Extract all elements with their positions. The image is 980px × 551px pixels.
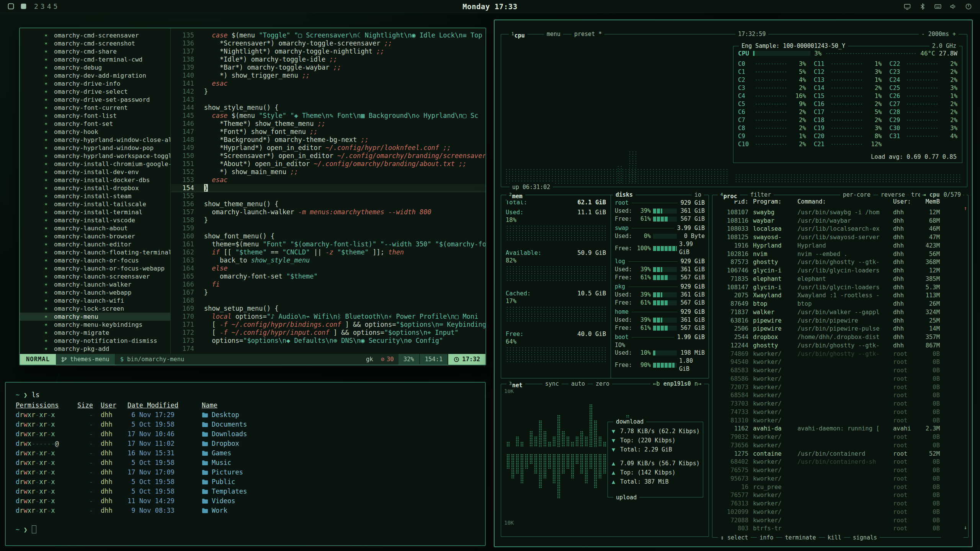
power-icon[interactable] [965, 3, 972, 10]
file-tree-item[interactable]: ✶omarchy-dev-add-migration [20, 72, 170, 80]
file-tree-item[interactable]: ✶omarchy-cmd-screenshot [20, 39, 170, 47]
code-line[interactable]: 146 *Theme*) show_theme_menu ;; [171, 120, 485, 128]
proc-button-signals[interactable]: signals [850, 533, 880, 542]
menu-button[interactable]: menu [544, 30, 563, 38]
code-line[interactable]: 168 [171, 297, 485, 305]
code-line[interactable]: 165 omarchy-font-set "$theme" [171, 272, 485, 280]
process-row[interactable]: 95673kworker/root0B0.0 [716, 474, 964, 483]
file-tree-item[interactable]: ✶omarchy-install-vscode [20, 216, 170, 224]
code-line[interactable]: 152 *) show_main_menu ;; [171, 168, 485, 176]
code-line[interactable]: 157 omarchy-launch-walker -m menus:omarc… [171, 208, 485, 216]
file-tree-item[interactable]: ✶omarchy-install-dropbox [20, 184, 170, 192]
net-panel-title[interactable]: 3net [506, 380, 525, 390]
code-line[interactable]: 145 case $(menu "Style" "◈ Theme\n✎ Font… [171, 112, 485, 120]
active-window-icon[interactable] [20, 3, 27, 10]
process-row[interactable]: 108107swaybg/usr/bin/swaybg -i /homdhh12… [716, 208, 964, 217]
process-row[interactable]: 74869kworker//usr/bin/ghostty --gtk-root… [716, 350, 964, 358]
proc-column-header[interactable]: Command: [797, 198, 893, 205]
code-line[interactable]: 151 *About*) open_in_editor ~/.config/om… [171, 160, 485, 168]
file-tree-item[interactable]: ✶omarchy-lock-screen [20, 305, 170, 313]
code-line[interactable]: 154} [171, 184, 485, 192]
file-tree-item[interactable]: ✶omarchy-launch-browser [20, 232, 170, 240]
process-row[interactable]: 106746glycin-i/usr/lib/glycin-loadersdhh… [716, 266, 964, 275]
terminal-window[interactable]: ~ ❯ls PermissionsSizeUserDate ModifiedNa… [5, 382, 486, 546]
code-line[interactable]: 136 *Screensaver*) omarchy-toggle-screen… [171, 39, 485, 47]
file-tree-item[interactable]: ✶omarchy-install-chromium-google-a [20, 160, 170, 168]
process-row[interactable]: 1162avahi-daavahi-daemon: running [avahi… [716, 425, 964, 433]
mem-panel-title[interactable]: 2mem [506, 191, 525, 201]
file-tree-item[interactable]: ✶omarchy-install-dev-env [20, 168, 170, 176]
file-tree-item[interactable]: ✶omarchy-font-list [20, 112, 170, 120]
code-line[interactable]: 162 if [[ "$theme" == "CNCLD" || -z "$th… [171, 248, 485, 256]
code-line[interactable]: 169show_setup_menu() { [171, 305, 485, 313]
scroll-up-indicator[interactable]: ↑ [964, 205, 967, 211]
process-row[interactable]: 71835elephantelephantdhh385M0.0 [716, 275, 964, 283]
scroll-down-indicator[interactable]: ↓ [964, 524, 967, 530]
file-tree-item[interactable]: ✶omarchy-font-set [20, 120, 170, 128]
process-row[interactable]: 74733kworker/root0B0.0 [716, 408, 964, 416]
code-line[interactable]: 141 esac [171, 80, 485, 88]
code-line[interactable]: 155 [171, 192, 485, 200]
file-tree-item[interactable]: ✶omarchy-install-steam [20, 192, 170, 200]
iface-prev[interactable]: ←b [653, 380, 660, 387]
code-line[interactable]: 149 *Hyprland*) open_in_editor ~/.config… [171, 144, 485, 152]
code-line[interactable]: 172 [ -f ~/.config/hypr/input.conf ] && … [171, 329, 485, 337]
code-line[interactable]: 163 back_to show_style_menu [171, 256, 485, 264]
process-row[interactable]: 94540kworker/root0B0.0 [716, 358, 964, 367]
process-row[interactable]: 68586kworker/root0B0.0 [716, 375, 964, 383]
code-line[interactable]: 160show_font_menu() { [171, 232, 485, 240]
net-sync-button[interactable]: sync [542, 380, 562, 388]
process-row[interactable]: 73703kworker/root0B0.0 [716, 399, 964, 408]
keyboard-icon[interactable] [934, 3, 942, 10]
code-line[interactable]: 159 [171, 224, 485, 232]
net-auto-button[interactable]: auto [568, 380, 588, 388]
proc-column-header[interactable]: MemB [918, 198, 940, 205]
process-row[interactable]: 87573ghostty/usr/bin/ghostty --gtk-dhh36… [716, 258, 964, 267]
proc-column-header[interactable]: Program: [753, 198, 796, 205]
code-line[interactable]: 164 else [171, 264, 485, 272]
process-row[interactable]: 16rcu_preeroot0B0.0 [716, 483, 964, 491]
file-tree-item[interactable]: ✶omarchy-launch-wifi [20, 297, 170, 305]
code-line[interactable]: 144show_style_menu() { [171, 104, 485, 112]
filter-button[interactable]: filter [748, 191, 774, 199]
process-row[interactable]: 73656kworker/root0B0.0 [716, 441, 964, 450]
interval-decrease[interactable]: - [921, 31, 925, 37]
file-tree-item[interactable]: ✶omarchy-install-docker-dbs [20, 176, 170, 184]
git-branch[interactable]: themes-menu [56, 354, 115, 365]
code-line[interactable]: 137 *Nightlight*) omarchy-toggle-nightli… [171, 47, 485, 55]
workspace-2[interactable]: 2 [33, 2, 39, 10]
code-area[interactable]: 135 case $(menu "Toggle" "▢ Screensaver\… [171, 31, 485, 354]
code-line[interactable]: 167} [171, 289, 485, 297]
code-line[interactable]: 166 fi [171, 280, 485, 289]
code-line[interactable]: 148 *Background*) omarchy-theme-bg-next … [171, 136, 485, 144]
code-line[interactable]: 171 [ -f ~/.config/hypr/bindings.conf ] … [171, 321, 485, 329]
process-row[interactable]: 81310kworker/root0B0.0 [716, 416, 964, 425]
process-row[interactable]: 68583kworker/root0B0.0 [716, 366, 964, 375]
reverse-toggle[interactable]: reverse [878, 191, 908, 199]
file-tree-item[interactable]: ✶omarchy-launch-walker [20, 280, 170, 289]
process-row[interactable]: 1916HyprlandHyprlanddhh423M0.1 [716, 241, 964, 250]
file-tree-item[interactable]: ✶omarchy-drive-select [20, 88, 170, 96]
proc-column-header[interactable]: User: [893, 198, 918, 205]
proc-button-kill[interactable]: kill [825, 533, 844, 542]
update-interval[interactable]: - 2000ms + [919, 30, 959, 38]
disks-panel-title[interactable]: disks [613, 191, 635, 199]
process-row[interactable]: 108116waybar/usr/bin/waybardhh68M0.0 [716, 217, 964, 225]
proc-panel-title[interactable]: 4proc [718, 191, 740, 201]
workspace-3[interactable]: 3 [39, 2, 46, 10]
iface-next[interactable]: n→ [694, 380, 701, 387]
code-line[interactable]: 174 [171, 345, 485, 353]
io-toggle[interactable]: io [692, 191, 704, 199]
file-tree-item[interactable]: ✶omarchy-install-tailscale [20, 200, 170, 208]
proc-button-select[interactable]: ↕ select [718, 533, 751, 542]
process-row[interactable]: 79032kworker/root0B0.0 [716, 433, 964, 441]
cpu-panel-title[interactable]: 1cpu [509, 30, 528, 40]
process-row[interactable]: 803btrfs-trroot0B0.0 [716, 525, 964, 532]
net-zero-button[interactable]: zero [593, 380, 612, 388]
preset-button[interactable]: preset * [572, 30, 604, 38]
file-tree-item[interactable]: ✶omarchy-hyprland-window-pop [20, 144, 170, 152]
per-core-toggle[interactable]: per-core [840, 191, 873, 199]
file-tree-item[interactable]: ✶omarchy-launch-editor [20, 240, 170, 248]
process-row[interactable]: 71837walker/usr/bin/walker --gappldhh324… [716, 308, 964, 316]
process-row[interactable]: 108125swayosd-/usr/lib/swayosd-serverdhh… [716, 233, 964, 241]
